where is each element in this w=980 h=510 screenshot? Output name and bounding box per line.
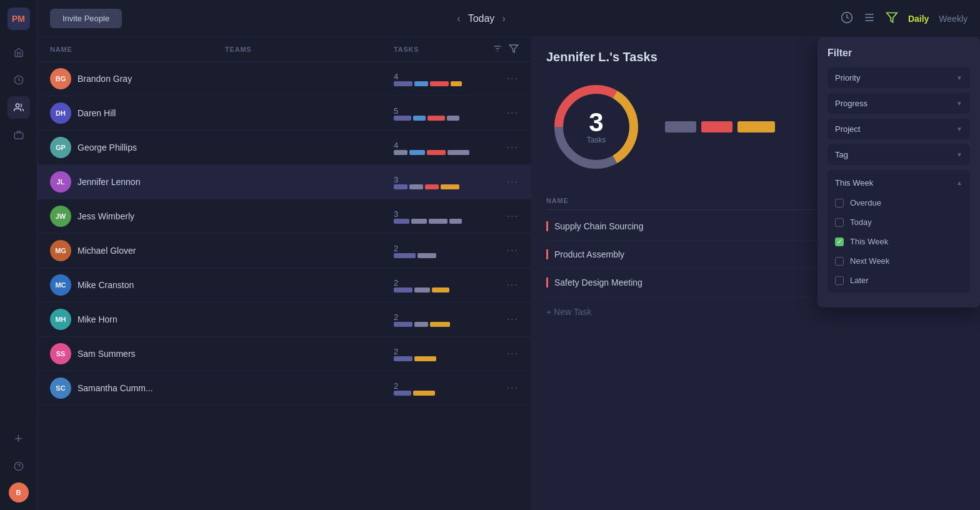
- sidebar-item-people[interactable]: [8, 96, 30, 119]
- table-row[interactable]: BG Brandon Gray 4 ···: [38, 62, 531, 96]
- time-view-icon[interactable]: [841, 11, 853, 26]
- col-tasks: TASKS: [394, 46, 481, 53]
- table-row[interactable]: GP George Phillips 4 ···: [38, 131, 531, 165]
- task-count: 2: [394, 381, 481, 396]
- filter-option[interactable]: Today: [828, 212, 970, 232]
- more-options-button[interactable]: ···: [481, 314, 519, 325]
- weekly-view-button[interactable]: Weekly: [939, 14, 968, 24]
- filter-option-label: Later: [850, 276, 869, 285]
- sidebar-item-home[interactable]: [8, 41, 30, 64]
- avatar: SC: [50, 378, 71, 399]
- user-avatar[interactable]: B: [9, 482, 29, 502]
- filter-option[interactable]: Overdue: [828, 193, 970, 212]
- more-options-button[interactable]: ···: [481, 348, 519, 359]
- sidebar: PM + B: [0, 0, 38, 510]
- task-count: 4: [394, 141, 481, 155]
- filter-checkbox: ✓: [835, 238, 844, 246]
- filter-tag[interactable]: Tag ▼: [828, 144, 970, 165]
- content-area: NAME TEAMS TASKS BG Brandon Gray 4: [38, 38, 980, 510]
- legend-bar-red: [701, 121, 732, 132]
- avatar: BG: [50, 68, 71, 89]
- more-options-button[interactable]: ···: [481, 176, 519, 188]
- current-date-label: Today: [468, 13, 495, 24]
- filter-checkbox: [835, 218, 844, 227]
- sidebar-item-history[interactable]: [8, 69, 30, 91]
- task-count: 2: [394, 278, 481, 292]
- task-legend: [665, 121, 775, 132]
- person-name: MC Mike Cranston: [50, 274, 225, 296]
- filter-priority[interactable]: Priority ▼: [828, 68, 970, 88]
- filter-settings-icon[interactable]: [492, 44, 502, 55]
- prev-date-button[interactable]: ‹: [457, 13, 460, 24]
- task-count: 4: [394, 72, 481, 86]
- chevron-down-icon: ▼: [956, 151, 962, 158]
- filter-project[interactable]: Project ▼: [828, 119, 970, 139]
- table-row[interactable]: MC Mike Cranston 2 ···: [38, 268, 531, 302]
- chevron-up-icon: ▲: [956, 179, 962, 186]
- svg-marker-9: [887, 12, 898, 22]
- task-bars: [394, 81, 481, 86]
- filter-option[interactable]: Next Week: [828, 251, 970, 271]
- task-bars: [394, 391, 481, 396]
- task-name: Supply Chain Sourcing: [546, 221, 840, 231]
- person-name: BG Brandon Gray: [50, 68, 225, 89]
- sidebar-item-help[interactable]: [8, 455, 30, 478]
- task-bars: [394, 184, 481, 189]
- legend-bar-orange: [738, 121, 775, 132]
- daily-view-button[interactable]: Daily: [908, 14, 929, 24]
- settings-icon[interactable]: [863, 11, 876, 26]
- col-teams: TEAMS: [225, 46, 394, 53]
- avatar: JL: [50, 171, 71, 192]
- filter-option[interactable]: Later: [828, 271, 970, 290]
- avatar: MH: [50, 309, 71, 330]
- more-options-button[interactable]: ···: [481, 279, 519, 291]
- sidebar-item-projects[interactable]: [8, 124, 30, 146]
- filter-option-label: Today: [850, 218, 872, 227]
- chevron-down-icon: ▼: [956, 100, 962, 107]
- filter-progress[interactable]: Progress ▼: [828, 93, 970, 114]
- legend-bar-gray: [665, 121, 696, 132]
- topbar: Invite People ‹ Today › Daily Weekly: [38, 0, 980, 38]
- svg-rect-2: [14, 133, 22, 139]
- filter-options-list: Overdue Today ✓ This Week Next Week Late…: [828, 193, 970, 290]
- person-name: JW Jess Wimberly: [50, 206, 225, 227]
- more-options-button[interactable]: ···: [481, 142, 519, 153]
- task-col-name: NAME: [546, 197, 840, 204]
- more-options-button[interactable]: ···: [481, 108, 519, 119]
- more-options-button[interactable]: ···: [481, 382, 519, 394]
- task-bars: [394, 219, 481, 224]
- task-count: 3: [394, 175, 481, 189]
- table-row[interactable]: MG Michael Glover 2 ···: [38, 234, 531, 268]
- filter-checkbox: [835, 257, 844, 266]
- avatar: GP: [50, 137, 71, 158]
- more-options-button[interactable]: ···: [481, 73, 519, 84]
- task-count: 5: [394, 106, 481, 121]
- table-row[interactable]: JW Jess Wimberly 3 ···: [38, 199, 531, 234]
- filter-active-icon[interactable]: [886, 11, 898, 26]
- task-count-number: 3: [587, 109, 606, 136]
- table-row[interactable]: MH Mike Horn 2 ···: [38, 302, 531, 337]
- sidebar-item-add[interactable]: +: [8, 428, 30, 450]
- invite-people-button[interactable]: Invite People: [50, 9, 122, 28]
- table-row[interactable]: DH Daren Hill 5 ···: [38, 96, 531, 131]
- filter-title: Filter: [828, 48, 970, 59]
- filter-option[interactable]: ✓ This Week: [828, 232, 970, 251]
- filter-checkbox: [835, 276, 844, 285]
- svg-point-1: [16, 104, 19, 107]
- table-row[interactable]: SS Sam Summers 2 ···: [38, 337, 531, 371]
- next-date-button[interactable]: ›: [502, 13, 505, 24]
- col-name: NAME: [50, 46, 225, 53]
- avatar: MC: [50, 274, 71, 296]
- chevron-down-icon: ▼: [956, 126, 962, 132]
- people-list: BG Brandon Gray 4 ··· DH Daren Hill 5 ··…: [38, 62, 531, 406]
- task-bars: [394, 150, 481, 155]
- filter-date-header[interactable]: This Week ▲: [828, 172, 970, 193]
- table-row[interactable]: SC Samantha Cumm... 2 ···: [38, 371, 531, 406]
- task-name: Product Assembly: [546, 249, 840, 259]
- more-options-button[interactable]: ···: [481, 211, 519, 222]
- filter-funnel-icon[interactable]: [509, 44, 519, 55]
- person-name: JL Jennifer Lennon: [50, 171, 225, 192]
- avatar: DH: [50, 102, 71, 124]
- more-options-button[interactable]: ···: [481, 245, 519, 256]
- table-row[interactable]: JL Jennifer Lennon 3 ···: [38, 165, 531, 199]
